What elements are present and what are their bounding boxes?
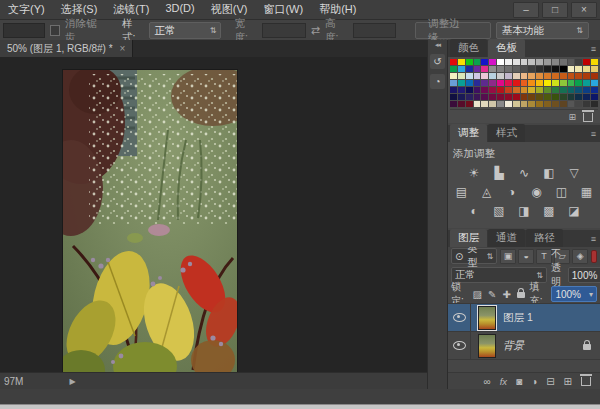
levels-icon[interactable]: ▙ [491, 166, 508, 180]
new-swatch-button[interactable]: ⊞ [568, 112, 576, 122]
threshold-icon[interactable]: ◨ [516, 204, 533, 218]
photo-filter-icon[interactable]: ◉ [528, 185, 545, 199]
3d-menu[interactable]: 3D(D) [157, 2, 202, 17]
color-swatch[interactable] [497, 73, 504, 79]
color-swatch[interactable] [568, 80, 575, 86]
color-swatch[interactable] [521, 94, 528, 100]
filter-pixel-icon[interactable]: ▣ [500, 249, 516, 264]
color-swatch[interactable] [552, 59, 559, 65]
tab-styles[interactable]: 样式 [488, 124, 525, 142]
color-swatch[interactable] [497, 101, 504, 107]
color-swatch[interactable] [583, 66, 590, 72]
color-swatch[interactable] [505, 59, 512, 65]
color-swatch[interactable] [466, 80, 473, 86]
invert-icon[interactable]: ◐ [466, 204, 483, 218]
color-swatch[interactable] [521, 80, 528, 86]
minimize-button[interactable]: – [513, 2, 539, 18]
history-panel-icon[interactable]: ↺ [430, 54, 445, 69]
color-swatch[interactable] [568, 94, 575, 100]
lock-transparency-icon[interactable]: ▨ [473, 289, 482, 300]
view-menu[interactable]: 视图(V) [203, 2, 256, 17]
color-swatch[interactable] [466, 87, 473, 93]
color-swatch[interactable] [560, 101, 567, 107]
color-swatch[interactable] [513, 80, 520, 86]
properties-panel-icon[interactable]: ◔ [430, 74, 445, 89]
type-menu[interactable]: 文字(Y) [0, 2, 53, 17]
tab-close-icon[interactable]: × [120, 43, 126, 54]
color-swatch[interactable] [591, 59, 598, 65]
color-swatch[interactable] [568, 73, 575, 79]
color-swatch[interactable] [458, 94, 465, 100]
layer-mask-icon[interactable]: ◙ [516, 376, 522, 387]
color-swatch[interactable] [568, 59, 575, 65]
color-swatch[interactable] [544, 59, 551, 65]
maximize-button[interactable]: □ [542, 2, 568, 18]
color-swatch[interactable] [560, 59, 567, 65]
color-swatch[interactable] [528, 94, 535, 100]
color-swatch[interactable] [458, 87, 465, 93]
color-lookup-icon[interactable]: ▦ [578, 185, 595, 199]
color-swatch[interactable] [552, 66, 559, 72]
workspace-select[interactable]: 基本功能 ⇅ [496, 22, 589, 39]
color-swatch[interactable] [575, 66, 582, 72]
color-swatch[interactable] [458, 59, 465, 65]
hue-saturation-icon[interactable]: ▤ [453, 185, 470, 199]
color-swatch[interactable] [450, 101, 457, 107]
color-swatch[interactable] [552, 80, 559, 86]
color-swatch[interactable] [591, 80, 598, 86]
opacity-input[interactable]: 100% ▾ [568, 267, 600, 283]
color-swatch[interactable] [513, 101, 520, 107]
filter-adjustment-icon[interactable]: ◒ [518, 249, 534, 264]
color-swatch[interactable] [521, 101, 528, 107]
adjustment-layer-icon[interactable]: ◑ [531, 376, 537, 387]
color-swatch[interactable] [450, 80, 457, 86]
color-swatch[interactable] [466, 59, 473, 65]
brightness-contrast-icon[interactable]: ☀ [466, 166, 483, 180]
color-swatch[interactable] [450, 94, 457, 100]
color-swatch[interactable] [450, 66, 457, 72]
layer-effects-icon[interactable]: fx [500, 376, 507, 387]
panel-menu-icon[interactable]: ≡ [591, 234, 596, 244]
color-swatch[interactable] [568, 101, 575, 107]
color-swatch[interactable] [528, 59, 535, 65]
color-swatch[interactable] [481, 80, 488, 86]
color-swatch[interactable] [450, 73, 457, 79]
color-swatch[interactable] [552, 101, 559, 107]
exposure-icon[interactable]: ◧ [541, 166, 558, 180]
delete-layer-icon[interactable] [581, 375, 591, 388]
color-swatch[interactable] [575, 94, 582, 100]
lock-pixels-icon[interactable]: ✎ [488, 289, 496, 300]
color-swatch[interactable] [458, 73, 465, 79]
visibility-cell[interactable] [448, 304, 471, 331]
color-swatch[interactable] [521, 73, 528, 79]
tab-paths[interactable]: 路径 [526, 229, 563, 247]
color-swatch[interactable] [536, 94, 543, 100]
color-swatch[interactable] [536, 73, 543, 79]
color-swatch[interactable] [560, 87, 567, 93]
color-swatch[interactable] [481, 66, 488, 72]
color-swatch[interactable] [591, 94, 598, 100]
color-swatch[interactable] [489, 101, 496, 107]
link-layers-icon[interactable]: ∞ [484, 376, 491, 387]
color-swatch[interactable] [489, 66, 496, 72]
color-swatch[interactable] [474, 66, 481, 72]
color-swatch[interactable] [528, 66, 535, 72]
color-swatch[interactable] [536, 87, 543, 93]
color-swatch[interactable] [458, 66, 465, 72]
canvas[interactable] [0, 57, 427, 373]
color-swatch[interactable] [513, 66, 520, 72]
filter-toggle-switch[interactable] [591, 250, 597, 263]
color-swatch[interactable] [521, 66, 528, 72]
layer-name[interactable]: 图层 1 [503, 311, 533, 325]
color-swatch[interactable] [560, 66, 567, 72]
filter-menu[interactable]: 滤镜(T) [105, 2, 157, 17]
color-swatch[interactable] [481, 73, 488, 79]
color-swatch[interactable] [521, 87, 528, 93]
color-swatch[interactable] [513, 59, 520, 65]
tab-swatches[interactable]: 色板 [488, 39, 525, 57]
color-swatch[interactable] [474, 59, 481, 65]
select-menu[interactable]: 选择(S) [53, 2, 106, 17]
tab-layers[interactable]: 图层 [450, 229, 487, 247]
tab-channels[interactable]: 通道 [488, 229, 525, 247]
color-swatch[interactable] [466, 66, 473, 72]
